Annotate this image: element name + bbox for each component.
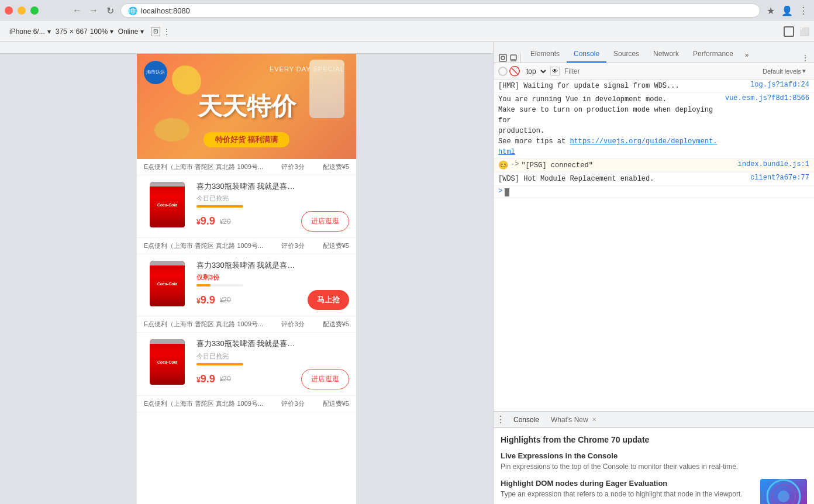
mobile-frame: 淘市 达达 EVERY DAY SPECIAL 天天特价 特价好货 福利满满	[137, 54, 356, 504]
bottom-tabs-bar: ⋮ Console What's New ✕	[494, 412, 814, 428]
product-title-3: 喜力330瓶装啤酒 我就是喜力啤...	[196, 339, 302, 349]
network-dropdown-icon: ▾	[140, 27, 144, 36]
price-original-3: 20	[220, 375, 231, 383]
store-rating-3: 评价3分	[281, 320, 304, 329]
forward-btn[interactable]: →	[88, 5, 99, 16]
console-source-wds[interactable]: client?a67e:77	[750, 174, 809, 182]
minimize-btn[interactable]	[18, 6, 26, 15]
product-row-3: 喜力330瓶装啤酒 我就是喜力啤... 今日已抢完 9.9 20 进店逛逛	[137, 333, 356, 395]
log-levels-dropdown-icon: ▾	[802, 67, 806, 75]
emoji-icon: 😊	[498, 160, 508, 170]
banner-subtitle: 特价好货 福利满满	[204, 132, 290, 147]
product-image-1	[144, 181, 191, 228]
whats-new-item-2: Highlight DOM nodes during Eager Evaluat…	[501, 479, 807, 504]
cola-can-3	[150, 339, 185, 385]
close-whats-new-btn[interactable]: ✕	[592, 416, 596, 423]
viewport-content[interactable]: 淘市 达达 EVERY DAY SPECIAL 天天特价 特价好货 福利满满	[0, 54, 493, 504]
product-card-2: E点便利（上海市 普陀区 真北路 1009号... 评价3分 配送费¥5 喜力3…	[137, 238, 356, 316]
url-bar[interactable]: 🌐 localhost:8080	[120, 4, 760, 18]
whats-new-item-title-2: Highlight DOM nodes during Eager Evaluat…	[501, 479, 753, 488]
whats-new-item-1: Live Expressions in the Console Pin expr…	[501, 451, 807, 472]
console-text-hmr: [HMR] Waiting for update signal from WDS…	[498, 81, 746, 91]
console-output[interactable]: [HMR] Waiting for update signal from WDS…	[494, 80, 814, 411]
price-current-2: 9.9	[196, 294, 215, 306]
context-selector[interactable]: top	[522, 65, 548, 77]
orientation-btn[interactable]: ⊡	[151, 27, 160, 36]
progress-bar-container-3	[196, 363, 243, 365]
drawer-menu-btn[interactable]: ⋮	[496, 414, 505, 425]
console-cursor[interactable]	[505, 188, 509, 196]
tab-console[interactable]: Console	[567, 46, 606, 63]
banner-title: 天天特价	[198, 90, 296, 123]
brand-badge: 淘市 达达	[144, 61, 167, 84]
store-info-1: E点便利（上海市 普陀区 真北路 1009号... 评价3分 配送费¥5	[137, 159, 356, 175]
tab-performance[interactable]: Performance	[686, 46, 740, 63]
shop-btn-1[interactable]: 进店逛逛	[301, 211, 349, 232]
cross-symbol: ×	[70, 27, 74, 36]
product-info-2: 喜力330瓶装啤酒 我就是喜力啤... 仅剩3份 9.9 20 马上抢	[196, 260, 349, 310]
console-source-hmr[interactable]: log.js?1afd:24	[750, 81, 809, 89]
console-line-vue: You are running Vue in development mode.…	[494, 93, 814, 159]
price-original-1: 20	[220, 218, 231, 226]
progress-bar-1	[196, 205, 243, 208]
product-image-2	[144, 260, 191, 307]
whats-new-title: Highlights from the Chrome 70 update	[501, 435, 807, 444]
menu-btn[interactable]: ⋮	[798, 5, 809, 16]
device-dropdown-icon: ▾	[47, 27, 51, 36]
devtools-inspect-btn[interactable]	[498, 53, 508, 63]
device-name: iPhone 6/...	[9, 27, 45, 36]
devtools-menu-btn[interactable]: ⋮	[801, 53, 809, 63]
clear-console-btn[interactable]	[498, 67, 508, 76]
product-card-1: E点便利（上海市 普陀区 真北路 1009号... 评价3分 配送费¥5 喜力3…	[137, 159, 356, 238]
product-card-3: E点便利（上海市 普陀区 真北路 1009号... 评价3分 配送费¥5 喜力3…	[137, 316, 356, 395]
devtools-responsive-btn[interactable]	[509, 53, 518, 63]
circle-indicator	[5, 6, 13, 15]
vue-link[interactable]: https://vuejs.org/guide/deployment.html	[498, 137, 717, 156]
store-rating-2: 评价3分	[281, 241, 304, 250]
price-row-3: 9.9 20 进店逛逛	[196, 369, 349, 389]
refresh-btn[interactable]: ↻	[104, 5, 116, 16]
bookmark-btn[interactable]: ★	[765, 5, 777, 16]
console-line-hmr: [HMR] Waiting for update signal from WDS…	[494, 80, 814, 93]
store-name-2: E点便利（上海市 普陀区 真北路 1009号...	[144, 241, 263, 250]
log-levels-btn[interactable]: Default levels ▾	[759, 66, 809, 76]
tab-sources[interactable]: Sources	[606, 46, 646, 63]
progress-bar-container-2	[196, 284, 243, 286]
bottom-tab-console[interactable]: Console	[508, 413, 545, 426]
eye-icon[interactable]: 👁	[550, 67, 560, 76]
store-name-4: E点便利（上海市 普陀区 真北路 1009号...	[144, 399, 263, 408]
more-options-btn[interactable]: ⋮	[163, 27, 171, 36]
whats-new-item-desc-1: Pin expressions to the top of the Consol…	[501, 462, 800, 472]
device-selector[interactable]: iPhone 6/... ▾	[5, 25, 56, 38]
console-line-wds: [WDS] Hot Module Replacement enabled. cl…	[494, 172, 814, 186]
cola-can-1	[150, 182, 185, 227]
dimension-display: 375 × 667	[56, 27, 88, 36]
console-source-psg[interactable]: index.bundle.js:1	[738, 160, 809, 168]
console-source-vue[interactable]: vue.esm.js?f8d1:8566	[725, 94, 809, 102]
network-selector[interactable]: Online ▾	[116, 25, 146, 38]
product-status-2: 仅剩3份	[196, 273, 349, 282]
bottom-tab-whats-new[interactable]: What's New ✕	[545, 413, 602, 426]
console-filter-icon[interactable]: 🚫	[510, 67, 519, 76]
zoom-value: 100%	[90, 27, 108, 36]
svg-rect-0	[499, 54, 506, 61]
tabs-more-btn[interactable]: »	[740, 47, 754, 63]
account-btn[interactable]: 👤	[781, 5, 793, 16]
console-filter-input[interactable]	[562, 66, 757, 77]
shop-btn-3[interactable]: 进店逛逛	[301, 369, 349, 389]
deco-chip1	[172, 65, 201, 95]
screenshot-btn[interactable]	[784, 26, 794, 37]
responsive-mode-btn[interactable]: ⬜	[799, 26, 809, 37]
devtools-panel: Elements Console Sources Network Perform…	[493, 42, 814, 504]
store-delivery-4: 配送费¥5	[323, 399, 349, 408]
tab-network[interactable]: Network	[646, 46, 686, 63]
deco-chip2	[154, 118, 189, 141]
zoom-selector[interactable]: 100% ▾	[88, 25, 116, 38]
grab-btn-2[interactable]: 马上抢	[308, 290, 349, 310]
store-delivery-3: 配送费¥5	[323, 320, 349, 329]
browser-chrome: ← → ↻ 🌐 localhost:8080 ★ 👤 ⋮	[0, 0, 814, 21]
svg-point-6	[778, 491, 789, 502]
tab-elements[interactable]: Elements	[523, 46, 567, 63]
back-btn[interactable]: ←	[71, 5, 83, 16]
maximize-btn[interactable]	[30, 6, 39, 15]
